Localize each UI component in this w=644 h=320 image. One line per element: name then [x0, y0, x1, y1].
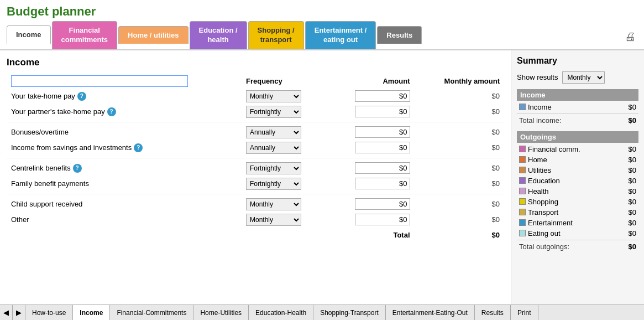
- tab-navigation: Income Financialcommitments Home / utili…: [0, 21, 644, 50]
- color-indicator: [519, 198, 526, 205]
- frequency-select[interactable]: MonthlyFortnightlyWeeklyAnnually: [246, 214, 301, 226]
- summary-item-label: Home: [528, 156, 547, 164]
- total-outgoings-value: $0: [629, 242, 636, 251]
- color-indicator: [519, 209, 526, 215]
- show-results-label: Show results: [517, 73, 558, 81]
- table-row: Your partner's take-home pay ? MonthlyFo…: [7, 104, 504, 120]
- monthly-value: $0: [415, 140, 505, 156]
- frequency-select[interactable]: MonthlyFortnightlyWeeklyAnnually: [246, 90, 301, 102]
- summary-row-label: Financial comm.: [519, 145, 629, 153]
- main-layout: Income Frequency Amount Monthly amount: [0, 50, 644, 309]
- summary-item-value: $0: [629, 177, 636, 185]
- table-row: Your take-home pay ? MonthlyFortnightlyW…: [7, 89, 504, 104]
- income-table: Frequency Amount Monthly amount Your tak…: [7, 74, 504, 241]
- amount-input[interactable]: [355, 142, 410, 153]
- amount-input[interactable]: [355, 106, 410, 117]
- table-row: Child support received MonthlyFortnightl…: [7, 197, 504, 212]
- summary-item-value: $0: [629, 166, 636, 174]
- tab-education[interactable]: Education /health: [190, 21, 247, 49]
- row-label-text: Centrelink benefits: [11, 164, 71, 172]
- tab-financial[interactable]: Financialcommitments: [52, 21, 118, 49]
- name-input[interactable]: [11, 75, 188, 87]
- outgoing-summary-row: Shopping $0: [517, 197, 638, 207]
- frequency-select[interactable]: MonthlyFortnightlyWeeklyAnnually: [246, 178, 301, 190]
- summary-item-value: $0: [629, 156, 636, 164]
- print-area: 🖨: [625, 30, 636, 43]
- total-row: Total $0: [7, 228, 504, 241]
- amount-input[interactable]: [355, 162, 410, 174]
- tab-home[interactable]: Home / utilities: [118, 26, 188, 44]
- frequency-select[interactable]: MonthlyFortnightlyWeeklyAnnually: [246, 162, 301, 174]
- income-summary-section: Income Income $0 Total income: $0: [517, 89, 638, 127]
- bottom-tab-print[interactable]: Print: [511, 305, 538, 320]
- monthly-value: $0: [415, 212, 505, 228]
- row-label: Bonuses/overtime: [11, 128, 237, 136]
- bottom-tab-home-utilities[interactable]: Home-Utilities: [193, 305, 249, 320]
- total-label: Total: [324, 228, 415, 241]
- row-label-text: Your take-home pay: [11, 92, 75, 100]
- income-summary-row: Income $0: [517, 102, 638, 112]
- scroll-left-arrow[interactable]: ◀: [0, 305, 13, 320]
- tab-income[interactable]: Income: [7, 25, 51, 44]
- amount-input[interactable]: [355, 214, 410, 225]
- amount-input[interactable]: [355, 126, 410, 138]
- total-value: $0: [415, 228, 505, 241]
- summary-item-label: Entertainment: [528, 219, 573, 227]
- monthly-value: $0: [415, 89, 505, 104]
- bottom-tab-how-to-use[interactable]: How-to-use: [25, 305, 73, 320]
- summary-panel: Summary Show results Monthly Annually In…: [511, 50, 644, 309]
- amount-input[interactable]: [355, 178, 410, 189]
- amount-header: Amount: [324, 74, 415, 89]
- color-indicator: [519, 177, 526, 184]
- outgoing-summary-row: Entertainment $0: [517, 218, 638, 228]
- row-label: Centrelink benefits ?: [11, 164, 237, 173]
- summary-row-label: Shopping: [519, 198, 629, 206]
- outgoing-summary-row: Utilities $0: [517, 165, 638, 176]
- frequency-header: Frequency: [242, 74, 324, 89]
- total-outgoings-label: Total outgoings:: [519, 242, 569, 251]
- row-label-text: Family benefit payments: [11, 179, 89, 188]
- summary-item-value: $0: [629, 208, 636, 216]
- frequency-select[interactable]: MonthlyFortnightlyWeeklyAnnually: [246, 126, 301, 138]
- show-results-select[interactable]: Monthly Annually: [562, 71, 605, 84]
- scroll-right-arrow[interactable]: ▶: [13, 305, 25, 320]
- monthly-value: $0: [415, 125, 505, 140]
- bottom-tab-income[interactable]: Income: [73, 305, 110, 320]
- frequency-select[interactable]: MonthlyFortnightlyWeeklyAnnually: [246, 198, 301, 210]
- color-indicator: [519, 167, 526, 173]
- tab-results[interactable]: Results: [377, 26, 422, 44]
- help-icon[interactable]: ?: [107, 107, 116, 116]
- outgoing-summary-row: Home $0: [517, 154, 638, 165]
- help-icon[interactable]: ?: [73, 164, 82, 173]
- tab-entertainment[interactable]: Entertainment /eating out: [305, 21, 376, 49]
- section-title: Income: [7, 57, 504, 68]
- summary-item-label: Utilities: [528, 166, 551, 174]
- bottom-tab-entertainment-eating[interactable]: Entertainment-Eating-Out: [386, 305, 475, 320]
- amount-input[interactable]: [355, 198, 410, 210]
- bottom-tabs: ◀ ▶ How-to-use Income Financial-Commitme…: [0, 304, 644, 320]
- frequency-select[interactable]: MonthlyFortnightlyWeeklyAnnually: [246, 142, 301, 154]
- print-icon[interactable]: 🖨: [625, 30, 636, 43]
- summary-row-label: Income: [519, 103, 629, 111]
- tab-shopping[interactable]: Shopping /transport: [248, 21, 304, 49]
- help-icon[interactable]: ?: [77, 92, 86, 101]
- help-icon[interactable]: ?: [134, 143, 143, 152]
- bottom-tab-education-health[interactable]: Education-Health: [249, 305, 313, 320]
- table-row: Income from savings and investments ? Mo…: [7, 140, 504, 156]
- summary-item-label: Income: [528, 103, 552, 111]
- monthly-value: $0: [415, 197, 505, 212]
- total-income-label: Total income:: [519, 116, 562, 125]
- summary-row-label: Eating out: [519, 229, 629, 238]
- color-indicator: [519, 146, 526, 152]
- color-indicator: [519, 219, 526, 226]
- summary-row-label: Utilities: [519, 166, 629, 174]
- bottom-tab-financial-commitments[interactable]: Financial-Commitments: [110, 305, 193, 320]
- amount-input[interactable]: [355, 90, 410, 102]
- bottom-tab-results[interactable]: Results: [475, 305, 511, 320]
- summary-row-label: Entertainment: [519, 219, 629, 227]
- monthly-value: $0: [415, 104, 505, 120]
- outgoing-summary-row: Health $0: [517, 186, 638, 197]
- frequency-select[interactable]: MonthlyFortnightlyWeeklyAnnually: [246, 106, 301, 118]
- bottom-tab-shopping-transport[interactable]: Shopping-Transport: [313, 305, 386, 320]
- content-area: Income Frequency Amount Monthly amount: [0, 50, 511, 309]
